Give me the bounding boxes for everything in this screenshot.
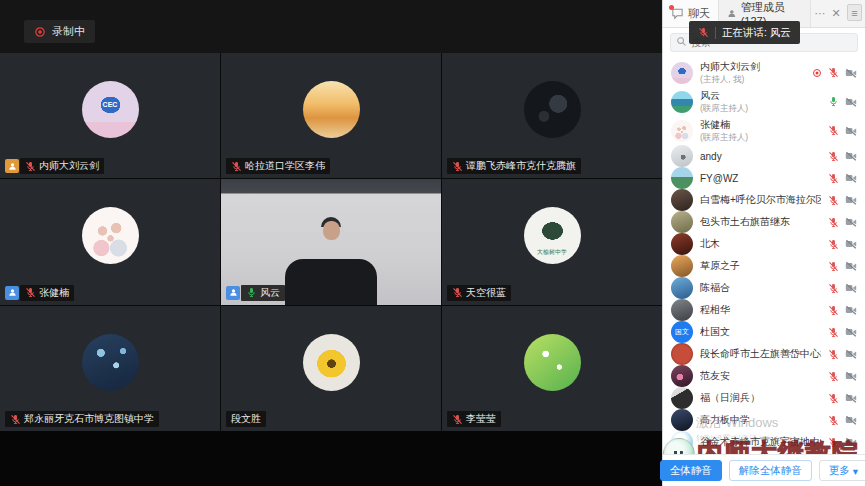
mic-muted-icon[interactable]	[828, 327, 839, 338]
member-name: 陈福合	[700, 281, 821, 295]
member-row[interactable]: 国文杜国文	[663, 321, 865, 343]
mic-muted-icon[interactable]	[828, 393, 839, 404]
camera-off-icon[interactable]	[845, 150, 857, 162]
mic-muted-icon[interactable]	[828, 217, 839, 228]
more-button[interactable]: 更多 ▾	[819, 460, 865, 481]
panel-collapse-button[interactable]: ≡	[847, 4, 862, 21]
name-label-box: 张健楠	[20, 285, 74, 301]
unmute-all-button[interactable]: 解除全体静音	[729, 460, 812, 481]
mic-muted-icon[interactable]	[828, 305, 839, 316]
member-row[interactable]: 陈福合	[663, 277, 865, 299]
panel-close-button[interactable]: ✕	[832, 8, 841, 19]
member-row[interactable]: 北木	[663, 233, 865, 255]
member-status-icons	[828, 370, 857, 382]
member-name: 杜国文	[700, 325, 821, 339]
participant-name: 郑永丽牙克石市博克图镇中学	[24, 412, 154, 426]
member-row[interactable]: 段长命呼市土左旗善岱中心校	[663, 343, 865, 365]
mic-muted-icon[interactable]	[828, 173, 839, 184]
mute-all-button[interactable]: 全体静音	[660, 460, 722, 481]
camera-off-icon[interactable]	[845, 414, 857, 426]
member-row[interactable]: andy	[663, 145, 865, 167]
participant-avatar	[82, 334, 139, 391]
participant-name: 哈拉道口学区李伟	[245, 159, 325, 173]
member-row[interactable]: 程相华	[663, 299, 865, 321]
member-status-icons	[828, 304, 857, 316]
member-row[interactable]: 包头市土右旗苗继东	[663, 211, 865, 233]
mic-on-icon[interactable]	[828, 96, 839, 107]
video-tile[interactable]: 大榆树中学天空很蓝	[442, 179, 662, 304]
member-text: 程相华	[700, 303, 821, 317]
video-tile[interactable]: 哈拉道口学区李伟	[221, 53, 441, 178]
member-text: 草原之子	[700, 259, 821, 273]
member-text: 北木	[700, 237, 821, 251]
video-tile[interactable]: 张健楠	[0, 179, 220, 304]
member-row[interactable]: 谷金术赤峰市克旗宇宙地中学	[663, 431, 865, 453]
member-avatar	[671, 409, 693, 431]
recording-indicator[interactable]: 录制中	[24, 20, 95, 43]
member-row[interactable]: 福（日润兵）	[663, 387, 865, 409]
member-status-icons	[828, 414, 857, 426]
camera-off-icon[interactable]	[845, 304, 857, 316]
member-row[interactable]: 范友安	[663, 365, 865, 387]
tile-name-label: 郑永丽牙克石市博克图镇中学	[5, 411, 159, 427]
video-tile[interactable]: 风云	[221, 179, 441, 304]
member-text: 包头市土右旗苗继东	[700, 215, 821, 229]
search-icon	[676, 36, 687, 47]
camera-off-icon[interactable]	[845, 260, 857, 272]
tile-name-label: 李莹莹	[447, 411, 501, 427]
participant-name: 张健楠	[39, 286, 69, 300]
member-text: 范友安	[700, 369, 821, 383]
member-name: 福（日润兵）	[700, 391, 821, 405]
video-tile[interactable]: 段文胜	[221, 306, 441, 431]
member-list[interactable]: 内师大刘云剑(主持人, 我)风云(联席主持人)张健楠(联席主持人)andyFY@…	[663, 55, 865, 454]
member-status-icons	[828, 150, 857, 162]
mic-muted-icon[interactable]	[828, 371, 839, 382]
mic-muted-icon[interactable]	[828, 239, 839, 250]
member-row[interactable]: 风云(联席主持人)	[663, 87, 865, 116]
video-tile[interactable]: 李莹莹	[442, 306, 662, 431]
member-text: 杜国文	[700, 325, 821, 339]
camera-off-icon[interactable]	[845, 172, 857, 184]
mic-muted-icon[interactable]	[828, 151, 839, 162]
camera-off-icon[interactable]	[845, 326, 857, 338]
member-row[interactable]: FY@WZ	[663, 167, 865, 189]
member-avatar	[671, 277, 693, 299]
camera-off-icon[interactable]	[845, 96, 857, 108]
camera-off-icon[interactable]	[845, 216, 857, 228]
camera-off-icon[interactable]	[845, 125, 857, 137]
mic-muted-icon[interactable]	[828, 195, 839, 206]
panel-more-button[interactable]: ⋯	[815, 8, 826, 19]
participant-avatar: 大榆树中学	[524, 207, 581, 264]
speaking-toast: 正在讲话: 风云	[689, 21, 800, 44]
camera-off-icon[interactable]	[845, 436, 857, 448]
camera-off-icon[interactable]	[845, 238, 857, 250]
member-row[interactable]: 内师大刘云剑(主持人, 我)	[663, 58, 865, 87]
member-row[interactable]: 张健楠(联席主持人)	[663, 116, 865, 145]
name-label-box: 段文胜	[226, 411, 266, 427]
mic-muted-icon[interactable]	[828, 415, 839, 426]
mic-muted-icon[interactable]	[828, 283, 839, 294]
member-avatar	[671, 120, 693, 142]
camera-off-icon[interactable]	[845, 194, 857, 206]
camera-off-icon[interactable]	[845, 348, 857, 360]
mic-muted-icon[interactable]	[828, 125, 839, 136]
member-status-icons	[828, 96, 857, 108]
participant-name: 内师大刘云剑	[39, 159, 99, 173]
mic-muted-icon[interactable]	[828, 261, 839, 272]
camera-off-icon[interactable]	[845, 282, 857, 294]
camera-off-icon[interactable]	[845, 370, 857, 382]
member-avatar	[671, 145, 693, 167]
mic-muted-icon[interactable]	[828, 67, 839, 78]
member-text: 高力板中学	[700, 413, 821, 427]
mic-muted-icon[interactable]	[828, 437, 839, 448]
video-tile[interactable]: 郑永丽牙克石市博克图镇中学	[0, 306, 220, 431]
camera-off-icon[interactable]	[845, 67, 857, 79]
member-row[interactable]: 草原之子	[663, 255, 865, 277]
member-row[interactable]: 白雪梅+呼伦贝尔市海拉尔区光明学校	[663, 189, 865, 211]
video-tile[interactable]: 谭鹏飞赤峰市克什克腾旗	[442, 53, 662, 178]
camera-off-icon[interactable]	[845, 392, 857, 404]
member-name: 程相华	[700, 303, 821, 317]
video-tile[interactable]: CEC内师大刘云剑	[0, 53, 220, 178]
member-row[interactable]: 高力板中学	[663, 409, 865, 431]
mic-muted-icon[interactable]	[828, 349, 839, 360]
